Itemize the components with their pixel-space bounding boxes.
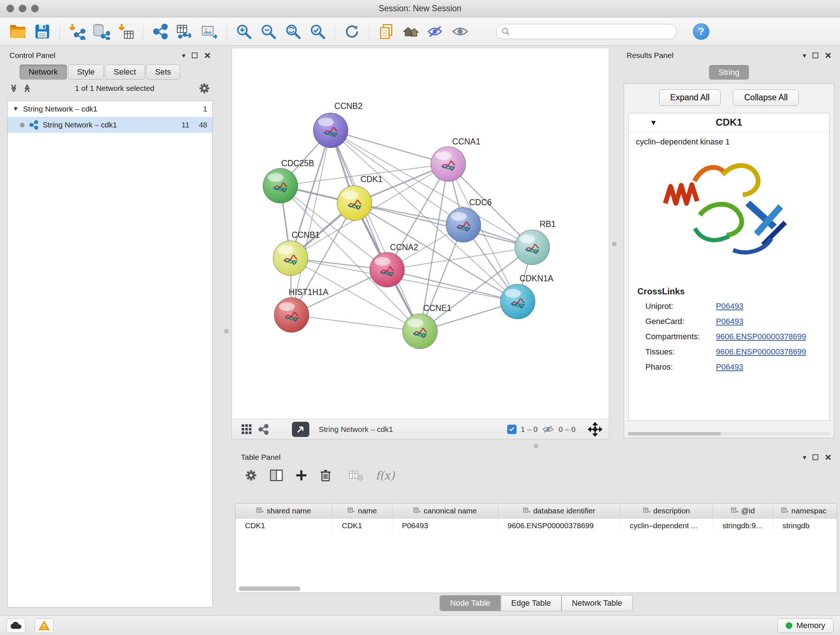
expander-icon[interactable]: ▼ — [13, 105, 19, 112]
cell-name[interactable]: CDK1 — [332, 518, 393, 533]
column-header[interactable]: database identifier — [498, 504, 621, 518]
tab-edge-table[interactable]: Edge Table — [501, 595, 561, 611]
cell-shared-name[interactable]: CDK1 — [235, 518, 332, 533]
tab-network[interactable]: Network — [19, 65, 67, 80]
tab-network-table[interactable]: Network Table — [561, 595, 633, 611]
close-panel-icon[interactable]: × — [204, 52, 210, 58]
float-panel-icon[interactable] — [813, 52, 818, 58]
crosslink-genecard[interactable]: P06493 — [716, 317, 744, 326]
crosslink-tissues[interactable]: 9606.ENSP00000378699 — [716, 347, 806, 356]
network-edge-CDK1-RB1[interactable] — [355, 203, 532, 247]
zoom-out-button[interactable] — [258, 21, 279, 42]
zoom-selected-button[interactable] — [307, 21, 328, 42]
add-column-plus-icon[interactable] — [295, 469, 308, 481]
warnings-button[interactable] — [35, 618, 54, 633]
cell-canonical-name[interactable]: P06493 — [393, 518, 498, 533]
results-horizontal-scrollbar[interactable] — [628, 432, 830, 435]
tab-style[interactable]: Style — [68, 65, 104, 80]
collapse-all-networks-icon[interactable]: ≪ — [22, 84, 32, 92]
network-collection-row[interactable]: ▼ String Network – cdk1 1 — [8, 101, 212, 117]
tab-string[interactable]: String — [709, 65, 748, 80]
function-builder-button[interactable]: f(x) — [376, 469, 395, 482]
search-input[interactable] — [513, 27, 671, 35]
cell-namespace[interactable]: stringdb — [773, 518, 835, 533]
close-panel-icon[interactable]: × — [825, 52, 831, 58]
crosslink-uniprot[interactable]: P06493 — [716, 302, 744, 311]
expand-all-button[interactable]: Expand All — [659, 89, 721, 106]
close-panel-icon[interactable]: × — [825, 454, 831, 460]
cell-database-identifier[interactable]: 9606.ENSP00000378699 — [498, 518, 621, 533]
refresh-button[interactable] — [341, 21, 363, 42]
zoom-in-button[interactable] — [233, 21, 254, 42]
network-view-mode-button[interactable] — [255, 421, 272, 438]
selected-checkbox[interactable] — [507, 424, 516, 434]
panel-menu-icon[interactable]: ▾ — [803, 51, 806, 60]
gear-icon[interactable] — [198, 82, 210, 95]
right-splitter-handle[interactable] — [612, 242, 616, 246]
save-session-button[interactable] — [32, 21, 53, 42]
column-header[interactable]: @id — [713, 504, 773, 518]
open-session-button[interactable] — [7, 21, 28, 42]
grid-view-button[interactable] — [238, 421, 255, 438]
network-row-selected[interactable]: String Network – cdk1 11 48 — [8, 117, 212, 133]
duplicate-document-button[interactable] — [376, 21, 397, 42]
table-horizontal-scrollbar[interactable] — [239, 586, 300, 591]
help-button[interactable]: ? — [693, 23, 709, 40]
network-table-button[interactable] — [174, 21, 195, 42]
table-row[interactable]: CDK1 CDK1 P06493 9606.ENSP00000378699 cy… — [235, 518, 837, 533]
network-node-CDC25B[interactable]: CDC25B — [263, 158, 314, 203]
import-table-button[interactable] — [115, 21, 136, 42]
pan-crosshair-icon[interactable] — [588, 422, 602, 437]
network-edge-CCNB2-CCNE1[interactable] — [331, 130, 420, 331]
tab-select[interactable]: Select — [105, 65, 145, 80]
close-window-button[interactable] — [6, 5, 14, 12]
export-image-button[interactable] — [199, 21, 220, 42]
column-header[interactable]: namespac — [773, 504, 835, 518]
network-edge-HIST1H1A-CCNE1[interactable] — [292, 315, 420, 331]
table-settings-gear-icon[interactable] — [245, 469, 257, 482]
minimize-window-button[interactable] — [19, 5, 27, 12]
hide-annotations-button[interactable] — [425, 21, 446, 42]
cloud-button[interactable] — [6, 618, 25, 633]
memory-button[interactable]: Memory — [777, 618, 834, 633]
select-columns-icon[interactable] — [270, 469, 283, 481]
cell-id[interactable]: stringdb:9... — [713, 518, 773, 533]
collapse-all-button[interactable]: Collapse All — [733, 89, 799, 106]
network-view[interactable]: CCNB2CCNA1CDC25BCDK1CDC6RB1CCNB1CCNA2CDK… — [232, 48, 609, 419]
float-panel-icon[interactable] — [813, 454, 818, 460]
crosslink-pharos[interactable]: P06493 — [716, 363, 744, 372]
zoom-fit-button[interactable] — [283, 21, 303, 42]
network-node-CCNB1[interactable]: CCNB1 — [273, 230, 320, 276]
new-network-button[interactable] — [150, 21, 171, 42]
network-node-CCNB2[interactable]: CCNB2 — [313, 101, 363, 148]
tab-sets[interactable]: Sets — [146, 65, 180, 80]
delete-column-trash-icon[interactable] — [320, 469, 332, 482]
import-network-database-button[interactable] — [91, 21, 112, 42]
section-expander-icon[interactable]: ▼ — [650, 119, 657, 127]
network-node-CCNA1[interactable]: CCNA1 — [431, 137, 480, 181]
bottom-splitter-handle[interactable] — [534, 444, 538, 448]
network-node-CDKN1A[interactable]: CDKN1A — [500, 274, 554, 319]
column-header[interactable]: canonical name — [393, 504, 498, 518]
maximize-window-button[interactable] — [31, 5, 39, 12]
column-header[interactable]: description — [621, 504, 713, 518]
home-networks-button[interactable] — [401, 21, 422, 42]
show-annotations-button[interactable] — [450, 21, 471, 42]
left-splitter-handle[interactable] — [224, 329, 229, 333]
crosslink-compartments[interactable]: 9606.ENSP00000378699 — [716, 332, 806, 341]
detach-view-button[interactable] — [292, 422, 309, 437]
column-header[interactable]: shared name — [235, 504, 332, 518]
column-header[interactable]: name — [332, 504, 393, 518]
panel-menu-icon[interactable]: ▾ — [803, 453, 806, 462]
expand-all-networks-icon[interactable]: ≫ — [9, 84, 19, 92]
network-node-HIST1H1A[interactable]: HIST1H1A — [274, 287, 329, 333]
import-network-file-button[interactable] — [66, 21, 87, 42]
network-edge-CCNB2-CCNA1[interactable] — [331, 130, 448, 164]
panel-menu-icon[interactable]: ▾ — [182, 51, 186, 60]
network-graph[interactable]: CCNB2CCNA1CDC25BCDK1CDC6RB1CCNB1CCNA2CDK… — [232, 48, 609, 419]
network-node-CDK1[interactable]: CDK1 — [337, 174, 383, 220]
tab-node-table[interactable]: Node Table — [439, 595, 501, 611]
cell-description[interactable]: cyclin–dependent ... — [621, 518, 713, 533]
float-panel-icon[interactable] — [192, 52, 197, 58]
network-node-RB1[interactable]: RB1 — [515, 219, 556, 264]
